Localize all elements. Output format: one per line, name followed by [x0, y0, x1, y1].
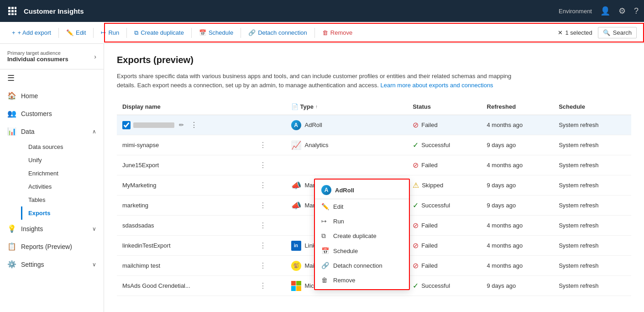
failed-icon: ⊘: [413, 261, 419, 270]
hamburger-icon: ☰: [7, 73, 15, 83]
row-more-button[interactable]: ⋮: [257, 160, 268, 170]
create-duplicate-button[interactable]: ⧉ Create duplicate: [130, 27, 188, 39]
sidebar-item-insights[interactable]: 💡 Insights ∨: [0, 220, 104, 238]
context-menu-remove[interactable]: 🗑 Remove: [315, 273, 409, 287]
failed-icon: ⊘: [413, 121, 419, 129]
adroll-icon: A: [291, 120, 301, 130]
waffle-icon[interactable]: [5, 4, 19, 18]
sidebar-label-data: Data: [21, 128, 35, 135]
sort-icon[interactable]: ↑: [315, 104, 318, 109]
blurred-name: [133, 122, 174, 128]
row-more-button[interactable]: ⋮: [188, 120, 199, 130]
duplicate-icon: ⧉: [134, 29, 138, 37]
layout: Primary target audience Individual consu…: [0, 44, 644, 312]
sidebar-label-settings: Settings: [21, 261, 44, 268]
sidebar-label-customers: Customers: [21, 110, 52, 117]
row-status: ⚠Skipped: [407, 175, 481, 196]
learn-more-link[interactable]: Learn more about exports and connections: [380, 82, 493, 89]
sidebar-item-customers[interactable]: 👥 Customers: [0, 105, 104, 122]
table-row: June15Export⋮⊘Failed4 months agoSystem r…: [117, 155, 631, 175]
add-export-button[interactable]: + + Add export: [7, 27, 56, 38]
schedule-button[interactable]: 📅 Schedule: [194, 27, 238, 38]
row-status: ⊘Failed: [407, 236, 481, 256]
type-cell: AAdRoll: [291, 120, 402, 130]
table-row: mimi-synapse⋮📈Analytics✓Successful9 days…: [117, 135, 631, 155]
row-more-button[interactable]: ⋮: [257, 220, 268, 231]
row-schedule: System refresh: [553, 135, 631, 155]
row-icon-cell: ⋮: [252, 256, 286, 276]
context-menu-detach[interactable]: 🔗 Detach connection: [315, 258, 409, 273]
row-more-button[interactable]: ⋮: [257, 200, 268, 211]
row-more-button[interactable]: ⋮: [257, 240, 268, 251]
settings-icon[interactable]: ⚙: [618, 6, 626, 16]
row-name: mailchimp test: [117, 256, 252, 276]
sidebar-item-enrichment[interactable]: Enrichment: [21, 167, 104, 180]
edit-button[interactable]: ✏️ Edit: [62, 27, 90, 38]
status-badge: ⊘Failed: [413, 221, 476, 230]
sidebar-item-tables[interactable]: Tables: [21, 193, 104, 206]
sidebar-menu-toggle[interactable]: ☰: [0, 69, 104, 87]
sidebar-item-home[interactable]: 🏠 Home: [0, 87, 104, 105]
svg-rect-1: [11, 7, 14, 9]
environment-label: Environment: [559, 8, 592, 15]
sidebar-item-settings[interactable]: ⚙️ Settings ∨: [0, 255, 104, 273]
failed-icon: ⊘: [413, 161, 419, 169]
toolbar-right: ✕ 1 selected 🔍 Search: [558, 27, 637, 38]
table-row: ✏ ⋮ AAdRoll⊘Failed4 months agoSystem ref…: [117, 115, 631, 135]
row-status: ⊘Failed: [407, 256, 481, 276]
detach-connection-button[interactable]: 🔗 Detach connection: [244, 27, 312, 38]
remove-button[interactable]: 🗑 Remove: [318, 27, 357, 38]
row-schedule: System refresh: [553, 175, 631, 196]
row-icon-cell: ⋮: [252, 216, 286, 236]
help-icon[interactable]: ?: [634, 6, 639, 16]
row-icon-cell: ⋮: [252, 276, 286, 296]
context-menu-edit[interactable]: ✏️ Edit: [315, 199, 409, 214]
status-badge: ✓Successful: [413, 281, 476, 290]
run-icon: ↦: [321, 217, 329, 225]
row-more-button[interactable]: ⋮: [257, 260, 268, 271]
row-edit-button[interactable]: ✏: [177, 121, 186, 129]
status-badge: ⊘Failed: [413, 121, 476, 129]
reports-icon: 📋: [7, 242, 16, 251]
context-menu-schedule[interactable]: 📅 Schedule: [315, 243, 409, 258]
skipped-icon: ⚠: [413, 181, 419, 190]
row-schedule: System refresh: [553, 196, 631, 216]
search-box[interactable]: 🔍 Search: [598, 27, 637, 38]
close-icon[interactable]: ✕: [558, 29, 563, 36]
sidebar-audience-header[interactable]: Primary target audience Individual consu…: [0, 44, 104, 69]
row-refreshed: 9 days ago: [482, 196, 554, 216]
data-icon: 📊: [7, 127, 16, 136]
row-name: June15Export: [117, 155, 252, 175]
add-icon: +: [12, 29, 16, 36]
trash-icon: 🗑: [322, 29, 328, 36]
context-menu-duplicate[interactable]: ⧉ Create duplicate: [315, 228, 409, 243]
row-more-button[interactable]: ⋮: [257, 180, 268, 190]
svg-rect-2: [15, 7, 16, 9]
settings-nav-icon: ⚙️: [7, 260, 16, 269]
row-icon-cell: ⋮: [252, 175, 286, 196]
run-button[interactable]: ↦ Run: [96, 27, 124, 38]
top-nav-right: Environment 👤 ⚙ ?: [559, 6, 639, 16]
row-name: mimi-synapse: [117, 135, 252, 155]
row-more-button[interactable]: ⋮: [257, 140, 268, 150]
toolbar-divider-4: [191, 28, 192, 38]
sidebar-item-exports[interactable]: Exports: [21, 206, 104, 220]
sidebar-item-activities[interactable]: Activities: [21, 180, 104, 193]
row-checkbox[interactable]: [122, 121, 131, 129]
row-name: MyMarketing: [117, 175, 252, 196]
sidebar-item-data[interactable]: 📊 Data ∧: [0, 122, 104, 140]
svg-rect-4: [11, 10, 14, 12]
home-icon: 🏠: [7, 91, 16, 100]
top-nav: Customer Insights Environment 👤 ⚙ ?: [0, 0, 644, 22]
sidebar-item-unify[interactable]: Unify: [21, 153, 104, 167]
sidebar-item-data-sources[interactable]: Data sources: [21, 140, 104, 153]
context-menu-run[interactable]: ↦ Run: [315, 214, 409, 228]
svg-rect-6: [8, 13, 10, 15]
person-icon[interactable]: 👤: [600, 6, 610, 16]
col-type: 📄 Type ↑: [286, 99, 408, 115]
sidebar-label-insights: Insights: [21, 225, 43, 233]
schedule-icon: 📅: [321, 247, 329, 254]
context-menu-title: AdRoll: [335, 187, 354, 194]
sidebar-item-reports[interactable]: 📋 Reports (Preview): [0, 238, 104, 255]
row-more-button[interactable]: ⋮: [257, 280, 268, 291]
